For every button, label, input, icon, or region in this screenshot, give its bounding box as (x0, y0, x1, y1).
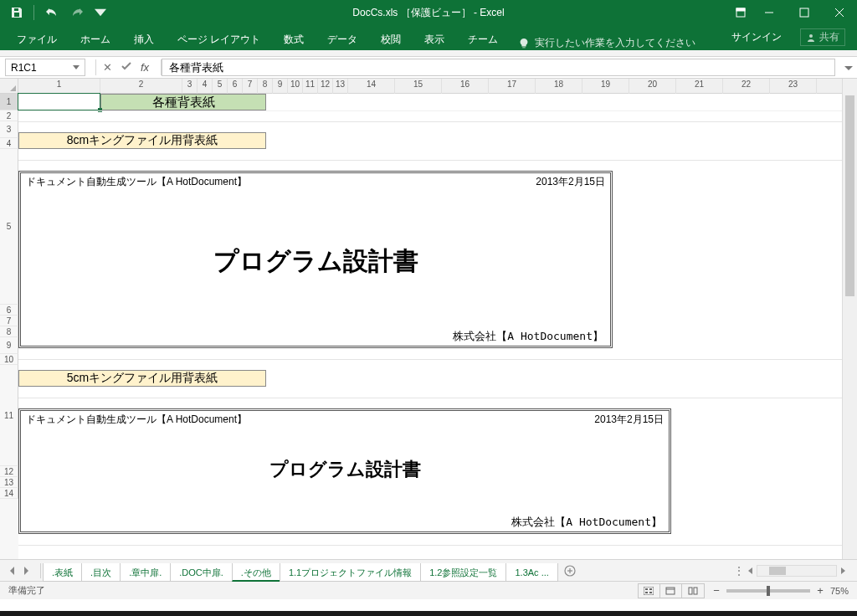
tab-team[interactable]: チーム (456, 28, 510, 50)
sheet-scroll-menu[interactable]: ⋮ (731, 564, 745, 578)
col-header[interactable]: 23 (770, 79, 817, 94)
sheet-nav-prev[interactable] (7, 564, 18, 578)
formula-bar[interactable]: 各種背表紙 (162, 59, 835, 76)
sheet-tab[interactable]: .目次 (81, 563, 121, 582)
zoom-slider[interactable] (726, 589, 810, 593)
tell-me-search[interactable]: 実行したい作業を入力してください (518, 36, 695, 50)
zoom-slider-thumb[interactable] (767, 586, 770, 596)
cell-header-8cm[interactable]: 8cmキングファイル用背表紙 (18, 132, 266, 149)
zoom-level[interactable]: 75% (830, 586, 849, 596)
row-header[interactable]: 8 (0, 326, 18, 337)
name-box[interactable]: R1C1 (5, 59, 85, 76)
col-header[interactable]: 9 (273, 79, 288, 94)
tab-pagelayout[interactable]: ページ レイアウト (166, 28, 272, 50)
row-header[interactable]: 14 (0, 488, 18, 499)
col-header[interactable]: 5 (213, 79, 228, 94)
fx-button[interactable]: fx (141, 61, 149, 74)
row-header[interactable]: 5 (0, 149, 18, 305)
horizontal-scrollbar[interactable] (757, 565, 837, 577)
sheet-nav-next[interactable] (20, 564, 32, 578)
col-header[interactable]: 16 (442, 79, 489, 94)
row-header[interactable]: 13 (0, 477, 18, 488)
tab-formulas[interactable]: 数式 (272, 28, 316, 50)
sheet-tab[interactable]: 1.2参照設定一覧 (420, 563, 506, 582)
col-header[interactable]: 3 (182, 79, 198, 94)
col-header[interactable]: 2 (100, 79, 182, 94)
hscroll-right[interactable] (837, 567, 849, 574)
formula-bar-value: 各種背表紙 (169, 60, 223, 75)
sheet-tab[interactable]: .DOC中扉. (170, 563, 233, 582)
view-normal-button[interactable] (639, 584, 660, 598)
row-header[interactable]: 4 (0, 138, 18, 149)
row-header[interactable]: 2 (0, 110, 18, 121)
sheet-tab[interactable]: .章中扉. (120, 563, 171, 582)
row-header[interactable]: 6 (0, 305, 18, 316)
col-header[interactable]: 20 (629, 79, 676, 94)
row-header[interactable]: 11 (0, 365, 18, 466)
col-header[interactable]: 11 (303, 79, 318, 94)
cancel-formula-button[interactable]: ✕ (103, 61, 112, 74)
doc-box-8cm[interactable]: ドキュメント自動生成ツール【A HotDocument】 2013年2月15日 … (18, 171, 613, 348)
row-header[interactable]: 9 (0, 337, 18, 354)
add-sheet-button[interactable] (561, 565, 579, 577)
col-header[interactable]: 8 (258, 79, 273, 94)
sheet-tab[interactable]: 1.1プロジェクトファイル情報 (280, 563, 421, 582)
close-button[interactable] (822, 0, 857, 25)
col-header[interactable]: 21 (676, 79, 723, 94)
save-button[interactable] (7, 3, 27, 23)
view-pagelayout-button[interactable] (660, 584, 682, 598)
row-headers[interactable]: 1234567891011121314 (0, 94, 18, 559)
tab-insert[interactable]: 挿入 (122, 28, 166, 50)
select-all-button[interactable] (0, 79, 18, 94)
ribbon-display-options[interactable] (730, 0, 752, 25)
accept-formula-button[interactable] (121, 60, 132, 74)
vertical-scrollbar[interactable] (842, 79, 857, 559)
maximize-button[interactable] (787, 0, 822, 25)
hscroll-thumb[interactable] (769, 567, 786, 575)
tab-review[interactable]: 校閲 (369, 28, 413, 50)
col-header[interactable]: 19 (582, 79, 629, 94)
zoom-in-button[interactable]: + (815, 584, 825, 597)
share-button[interactable]: 共有 (800, 28, 845, 46)
cells-viewport[interactable]: 各種背表紙 8cmキングファイル用背表紙 ドキュメント自動生成ツール【A Hot… (18, 94, 842, 559)
col-header[interactable]: 1 (18, 79, 100, 94)
spreadsheet-grid[interactable]: 1234567891011121314151617181920212223 12… (0, 79, 857, 559)
col-header[interactable]: 14 (348, 79, 395, 94)
sheet-tab[interactable]: .表紙 (43, 563, 82, 582)
row-header[interactable]: 1 (0, 94, 18, 110)
expand-formula-bar[interactable] (840, 57, 857, 78)
row-header[interactable]: 3 (0, 121, 18, 138)
scroll-thumb[interactable] (845, 95, 854, 296)
redo-button[interactable] (68, 3, 88, 23)
tab-view[interactable]: 表示 (413, 28, 456, 50)
row-header[interactable]: 10 (0, 354, 18, 365)
col-header[interactable]: 18 (536, 79, 582, 94)
col-header[interactable]: 17 (489, 79, 536, 94)
cell-header-5cm[interactable]: 5cmキングファイル用背表紙 (18, 370, 266, 387)
row-header[interactable]: 12 (0, 466, 18, 477)
row-header[interactable]: 7 (0, 316, 18, 326)
signin-link[interactable]: サインイン (731, 30, 782, 44)
cell-title-main[interactable]: 各種背表紙 (100, 94, 266, 110)
col-header[interactable]: 7 (243, 79, 258, 94)
hscroll-left[interactable] (745, 567, 757, 574)
col-header[interactable]: 22 (723, 79, 770, 94)
col-header[interactable]: 15 (395, 79, 442, 94)
undo-button[interactable] (41, 3, 61, 23)
tab-home[interactable]: ホーム (69, 28, 122, 50)
col-header[interactable]: 4 (198, 79, 213, 94)
doc-box-5cm[interactable]: ドキュメント自動生成ツール【A HotDocument】 2013年2月15日 … (18, 408, 671, 534)
view-pagebreak-button[interactable] (682, 584, 704, 598)
sheet-tab[interactable]: .その他 (232, 563, 280, 582)
column-headers[interactable]: 1234567891011121314151617181920212223 (18, 79, 842, 94)
minimize-button[interactable] (752, 0, 787, 25)
col-header[interactable]: 13 (333, 79, 348, 94)
qat-customize-button[interactable] (95, 3, 106, 23)
col-header[interactable]: 10 (288, 79, 303, 94)
col-header[interactable]: 6 (228, 79, 243, 94)
zoom-out-button[interactable]: − (711, 584, 721, 597)
col-header[interactable]: 12 (318, 79, 333, 94)
tab-file[interactable]: ファイル (5, 28, 69, 50)
sheet-tab[interactable]: 1.3Ac ... (505, 563, 557, 582)
tab-data[interactable]: データ (316, 28, 369, 50)
